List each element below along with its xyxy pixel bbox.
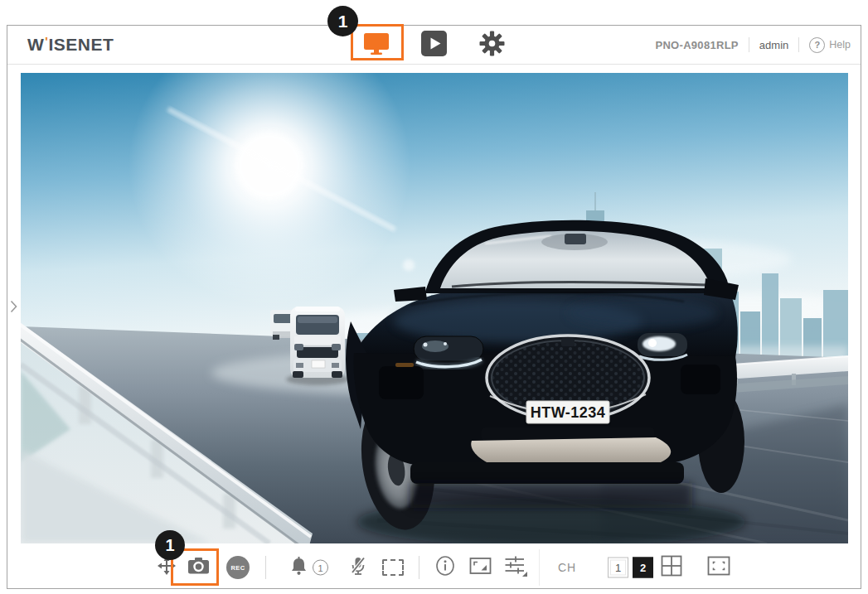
alarm-count-badge: 1 bbox=[313, 560, 328, 576]
video-toolbar: REC 1 bbox=[7, 547, 861, 588]
help-label: Help bbox=[829, 39, 851, 51]
fullscreen-button[interactable] bbox=[707, 556, 730, 579]
tab-playback[interactable] bbox=[419, 30, 449, 60]
mic-mute-icon bbox=[350, 556, 366, 579]
user-name[interactable]: admin bbox=[759, 39, 788, 51]
license-plate-text: HTW-1234 bbox=[531, 404, 606, 421]
panel-expand-chevron-icon bbox=[10, 300, 17, 316]
divider bbox=[749, 37, 749, 52]
toolbar-divider bbox=[419, 556, 419, 579]
fullscreen-icon bbox=[707, 556, 730, 579]
toolbar-divider bbox=[265, 556, 266, 579]
area-select-icon bbox=[382, 559, 404, 576]
channel-1-label: 1 bbox=[608, 558, 628, 578]
settings-gear-icon bbox=[479, 31, 505, 60]
playback-icon bbox=[421, 31, 447, 60]
help-button[interactable]: ? Help bbox=[809, 37, 851, 53]
info-icon bbox=[435, 556, 455, 579]
info-button[interactable] bbox=[435, 556, 455, 579]
help-icon: ? bbox=[809, 37, 825, 53]
area-zoom-button[interactable] bbox=[382, 559, 404, 576]
channel-label: CH bbox=[558, 561, 576, 574]
mic-button[interactable] bbox=[350, 556, 366, 579]
step-badge-live: 1 bbox=[327, 6, 358, 36]
device-model: PNO-A9081RLP bbox=[655, 39, 738, 51]
channel-2-label: 2 bbox=[633, 558, 653, 578]
image-adjust-icon bbox=[504, 555, 527, 580]
white-suv bbox=[286, 307, 349, 385]
channel-1-button[interactable]: 1 bbox=[608, 558, 628, 578]
top-right-info: PNO-A9081RLP admin ? Help bbox=[655, 26, 851, 64]
tab-setup[interactable] bbox=[478, 30, 507, 60]
grid-layout-icon bbox=[661, 555, 682, 580]
layout-grid-button[interactable] bbox=[661, 555, 682, 580]
aspect-ratio-icon bbox=[469, 558, 492, 578]
license-plate: HTW-1234 bbox=[526, 401, 609, 425]
channel-label-text: CH bbox=[558, 561, 576, 574]
record-button[interactable]: REC bbox=[226, 556, 250, 579]
live-video-scene: HTW-1234 bbox=[21, 73, 848, 543]
alarm-output-button[interactable] bbox=[290, 557, 308, 579]
toolbar-separator bbox=[539, 549, 540, 586]
alarm-bell-icon bbox=[290, 557, 308, 579]
aspect-ratio-button[interactable] bbox=[469, 558, 492, 578]
page: W'ISENET bbox=[0, 0, 868, 594]
image-adjust-button[interactable] bbox=[504, 555, 527, 580]
live-video-viewport[interactable]: HTW-1234 bbox=[21, 73, 848, 543]
rec-icon: REC bbox=[226, 556, 250, 579]
top-bar: W'ISENET bbox=[7, 26, 861, 65]
channel-2-button[interactable]: 2 bbox=[633, 558, 653, 578]
step-highlight-live-tab bbox=[351, 24, 404, 60]
logo-text-rest: ISENET bbox=[48, 35, 114, 54]
alarm-count: 1 bbox=[313, 560, 328, 576]
wisenet-logo: W'ISENET bbox=[27, 34, 114, 55]
camera-web-viewer-window: W'ISENET bbox=[7, 25, 861, 589]
divider bbox=[798, 37, 799, 52]
panel-expand-toggle[interactable] bbox=[7, 299, 20, 317]
step-badge-capture: 1 bbox=[155, 530, 185, 560]
logo-text: W bbox=[27, 35, 44, 54]
